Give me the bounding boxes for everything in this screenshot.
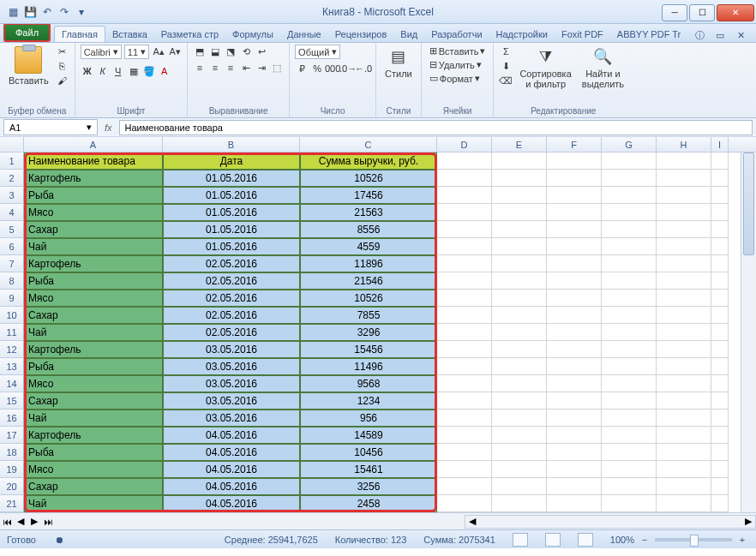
empty-cell[interactable] (547, 461, 602, 478)
row-header[interactable]: 10 (0, 307, 24, 324)
font-color-icon[interactable]: A (158, 64, 171, 78)
help-icon[interactable]: ⓘ (693, 28, 706, 42)
empty-cell[interactable] (711, 238, 729, 255)
empty-cell[interactable] (492, 272, 547, 290)
view-pagebreak-icon[interactable] (578, 533, 593, 547)
empty-cell[interactable] (492, 204, 547, 221)
amount-cell[interactable]: 9568 (300, 375, 437, 392)
empty-cell[interactable] (711, 392, 729, 410)
empty-cell[interactable] (602, 461, 657, 478)
zoom-slider[interactable] (655, 538, 732, 541)
empty-cell[interactable] (602, 478, 657, 495)
ribbon-min-icon[interactable]: ▭ (713, 28, 727, 42)
row-header[interactable]: 1 (0, 152, 24, 170)
date-cell[interactable]: 03.05.2016 (163, 341, 300, 358)
empty-cell[interactable] (547, 307, 602, 324)
sheet-nav-prev-icon[interactable]: ◀ (14, 515, 27, 529)
date-cell[interactable]: 03.05.2016 (163, 410, 300, 427)
empty-cell[interactable] (492, 461, 547, 478)
find-select-button[interactable]: 🔍 Найти и выделить (579, 45, 627, 91)
amount-cell[interactable]: 15456 (300, 341, 437, 358)
empty-cell[interactable] (547, 341, 602, 358)
empty-cell[interactable] (492, 495, 547, 512)
empty-cell[interactable] (437, 358, 492, 375)
empty-cell[interactable] (657, 324, 711, 341)
close-button[interactable]: ✕ (717, 4, 754, 21)
insert-cells-button[interactable]: ⊞ Вставить ▾ (427, 45, 489, 57)
merge-icon[interactable]: ⬚ (270, 61, 284, 75)
row-header[interactable]: 15 (0, 392, 24, 410)
empty-cell[interactable] (657, 478, 711, 495)
product-cell[interactable]: Рыба (24, 272, 163, 290)
cut-icon[interactable]: ✂ (56, 45, 69, 58)
amount-cell[interactable]: 8556 (300, 221, 437, 238)
empty-cell[interactable] (547, 204, 602, 221)
empty-cell[interactable] (711, 478, 729, 495)
tab-addins[interactable]: Надстройки (489, 27, 555, 42)
empty-cell[interactable] (492, 238, 547, 255)
empty-cell[interactable] (657, 410, 711, 427)
empty-cell[interactable] (547, 427, 602, 444)
product-cell[interactable]: Картофель (24, 427, 163, 444)
empty-cell[interactable] (602, 290, 657, 307)
tab-insert[interactable]: Вставка (105, 27, 154, 42)
select-all-corner[interactable] (0, 137, 24, 152)
product-cell[interactable]: Мясо (24, 290, 163, 307)
table-header-cell[interactable]: Сумма выручки, руб. (300, 152, 437, 170)
tab-data[interactable]: Данные (280, 27, 328, 42)
empty-cell[interactable] (602, 341, 657, 358)
empty-cell[interactable] (547, 255, 602, 272)
tab-abbyy[interactable]: ABBYY PDF Tr (610, 27, 687, 42)
fill-color-icon[interactable]: 🪣 (142, 64, 156, 78)
empty-cell[interactable] (492, 444, 547, 461)
row-header[interactable]: 9 (0, 290, 24, 307)
col-header[interactable]: B (163, 137, 300, 152)
row-header[interactable]: 20 (0, 478, 24, 495)
product-cell[interactable]: Мясо (24, 375, 163, 392)
date-cell[interactable]: 02.05.2016 (163, 255, 300, 272)
product-cell[interactable]: Картофель (24, 255, 163, 272)
empty-cell[interactable] (711, 427, 729, 444)
empty-cell[interactable] (437, 341, 492, 358)
empty-cell[interactable] (547, 187, 602, 204)
empty-cell[interactable] (547, 358, 602, 375)
row-header[interactable]: 5 (0, 221, 24, 238)
col-header[interactable]: A (24, 137, 163, 152)
doc-close-icon[interactable]: ✕ (734, 28, 747, 42)
amount-cell[interactable]: 7855 (300, 307, 437, 324)
empty-cell[interactable] (711, 170, 729, 187)
empty-cell[interactable] (437, 170, 492, 187)
product-cell[interactable]: Сахар (24, 307, 163, 324)
sheet-nav-next-icon[interactable]: ▶ (27, 515, 41, 529)
empty-cell[interactable] (657, 307, 711, 324)
empty-cell[interactable] (602, 187, 657, 204)
name-box[interactable]: A1▾ (3, 119, 98, 135)
empty-cell[interactable] (602, 444, 657, 461)
row-header[interactable]: 13 (0, 358, 24, 375)
fill-icon[interactable]: ⬇ (499, 59, 513, 73)
number-format-combo[interactable]: Общий ▾ (295, 45, 340, 59)
tab-view[interactable]: Вид (393, 27, 424, 42)
empty-cell[interactable] (711, 307, 729, 324)
delete-cells-button[interactable]: ⊟ Удалить ▾ (427, 58, 489, 71)
amount-cell[interactable]: 17456 (300, 187, 437, 204)
tab-pagelayout[interactable]: Разметка стр (154, 27, 225, 42)
empty-cell[interactable] (602, 324, 657, 341)
product-cell[interactable]: Сахар (24, 392, 163, 410)
amount-cell[interactable]: 11496 (300, 358, 437, 375)
empty-cell[interactable] (492, 358, 547, 375)
empty-cell[interactable] (602, 221, 657, 238)
product-cell[interactable]: Сахар (24, 221, 163, 238)
empty-cell[interactable] (602, 152, 657, 170)
empty-cell[interactable] (657, 204, 711, 221)
empty-cell[interactable] (437, 307, 492, 324)
empty-cell[interactable] (711, 444, 729, 461)
format-cells-button[interactable]: ▭ Формат ▾ (427, 72, 489, 85)
empty-cell[interactable] (437, 187, 492, 204)
amount-cell[interactable]: 1234 (300, 392, 437, 410)
empty-cell[interactable] (657, 341, 711, 358)
product-cell[interactable]: Картофель (24, 170, 163, 187)
inc-decimal-icon[interactable]: .0→ (341, 62, 355, 75)
row-header[interactable]: 6 (0, 238, 24, 255)
underline-icon[interactable]: Ч (111, 64, 125, 78)
